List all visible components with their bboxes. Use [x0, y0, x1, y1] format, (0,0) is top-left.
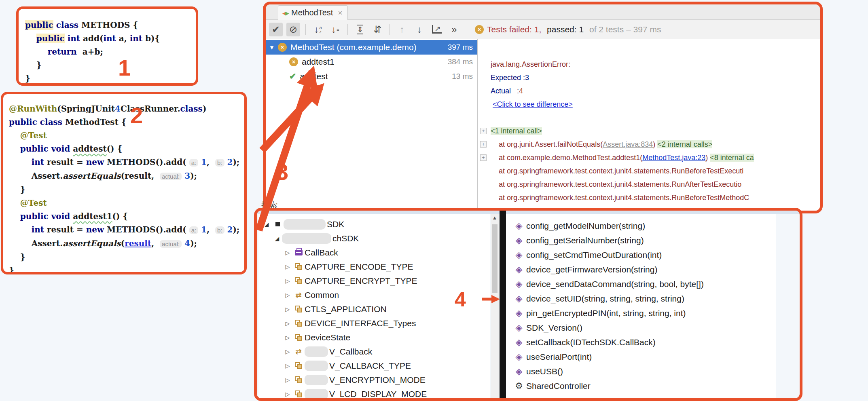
member-label: device_getFirmwareVersion(string) [526, 265, 657, 274]
tab-methodtest[interactable]: ◀▶ MethodTest × [278, 5, 348, 20]
tree-item[interactable]: ◢chSDK [258, 231, 490, 245]
code-segment: a: [189, 226, 199, 234]
member-row[interactable]: ◈config_setCmdTimeOutDuration(int) [512, 248, 776, 262]
passed-test-icon: ✔ [289, 72, 296, 81]
tree-item[interactable]: ▷V_LCD_DISPLAY_MODE [258, 387, 490, 398]
test-status: × Tests failed: 1, passed: 1 of 2 tests … [475, 25, 661, 34]
code-segment: public [25, 20, 53, 30]
tree-item[interactable]: ▷CAPTURE_ENCODE_TYPE [258, 260, 490, 274]
sort-by-duration-icon[interactable]: ↓≡ [328, 23, 342, 36]
collapsed-icon[interactable]: ▷ [283, 391, 292, 397]
collapsed-icon[interactable]: ▷ [283, 264, 292, 270]
code-segment: add( [80, 34, 103, 43]
code-line: public class METHODS { [25, 19, 193, 32]
member-row[interactable]: ◈device_getFirmwareVersion(string) [512, 262, 776, 277]
previous-occurrence-icon[interactable]: ↑ [395, 23, 409, 36]
member-label: config_getModelNumber(string) [526, 221, 645, 231]
expand-all-icon[interactable]: ⇕ [353, 23, 367, 36]
collapsed-icon[interactable]: ▷ [283, 363, 292, 369]
code-segment [9, 198, 20, 208]
redacted-blur [305, 361, 328, 371]
collapsed-icon[interactable]: ▷ [283, 334, 292, 341]
collapsed-icon[interactable]: ▷ [283, 377, 292, 383]
export-results-icon[interactable]: ↗ [430, 23, 444, 36]
tab-title: MethodTest [291, 8, 333, 17]
chevron-down-icon[interactable]: ▾ [266, 43, 278, 52]
collapsed-icon[interactable]: ▷ [283, 278, 292, 284]
tree-item[interactable]: ▷DeviceState [258, 330, 490, 344]
code-segment: void [51, 144, 70, 154]
collapsed-icon[interactable]: ▷ [283, 348, 292, 355]
tree-scrollbar[interactable]: ▲ [491, 214, 499, 398]
code-segment: } [25, 74, 30, 83]
test-results-panel: ◀▶ MethodTest × ✔⊘↓az↓≡⇕⇵↑↓↗» × Tests fa… [263, 2, 823, 213]
rerun-passed-icon[interactable]: ✔ [269, 23, 283, 36]
code-line: public void addtest1() { [9, 210, 243, 223]
code-link[interactable]: Assert.java:834 [603, 140, 653, 148]
collapsed-icon[interactable]: ▷ [283, 292, 292, 298]
test-tree-row[interactable]: ▾×MethodTest (com.example.demo)397 ms [266, 40, 477, 55]
test-tree-row[interactable]: ×addtest1384 ms [266, 55, 477, 69]
sort-alphabetically-icon[interactable]: ↓az [311, 23, 325, 36]
expanded-icon[interactable]: ◢ [262, 221, 271, 228]
code-segment: ) [705, 154, 710, 162]
tree-item[interactable]: ◢SDK [258, 217, 490, 231]
collapsed-icon[interactable]: ▷ [283, 320, 292, 327]
member-row[interactable]: ◈SDK_Version() [512, 321, 776, 335]
member-row[interactable]: ◈device_sendDataCommand(string, bool, by… [512, 277, 776, 291]
collapsed-icon[interactable]: ▷ [283, 306, 292, 312]
enum-icon [292, 390, 305, 397]
code-segment: assertEquals [63, 171, 121, 181]
more-actions-icon[interactable]: » [447, 23, 461, 36]
code-segment: void [51, 211, 70, 221]
code-link[interactable]: result [125, 238, 151, 248]
method-icon: ◈ [512, 366, 526, 377]
tree-item[interactable]: ▷V_CALLBACK_TYPE [258, 359, 490, 373]
tree-item-label: SDK [327, 219, 344, 229]
member-row[interactable]: ◈pin_getEncryptedPIN(int, string, string… [512, 306, 776, 321]
code-segment: a: [189, 159, 199, 167]
code-segment [9, 225, 32, 234]
collapse-all-icon[interactable]: ⇵ [370, 23, 384, 36]
test-tree-row[interactable]: ✔addtest13 ms [266, 69, 477, 84]
code-segment: <1 internal call> [491, 127, 542, 135]
member-row[interactable]: ◈useUSB() [512, 364, 776, 379]
scroll-up-icon[interactable]: ▲ [491, 215, 499, 221]
scrollbar-thumb[interactable] [492, 224, 498, 293]
member-row[interactable]: ◈config_getModelNumber(string) [512, 219, 776, 233]
code-segment [9, 144, 20, 154]
tree-item-label: DEVICE_INTERFACE_Types [305, 319, 416, 328]
member-label: setCallback(IDTechSDK.CallBack) [526, 338, 656, 347]
method-icon: ◈ [512, 293, 526, 304]
code-segment: at org.junit.Assert.failNotEquals( [491, 140, 603, 148]
tree-item[interactable]: ▷⇄V_Callback [258, 344, 490, 359]
fold-toggle-icon[interactable]: + [480, 141, 487, 148]
tree-item[interactable]: ▷V_ENCRYPTION_MODE [258, 373, 490, 387]
expanded-icon[interactable]: ◢ [272, 235, 282, 242]
member-row[interactable]: ◈setCallback(IDTechSDK.CallBack) [512, 335, 776, 350]
code-link[interactable]: MethodTest.java:23 [642, 154, 705, 162]
code-line: +<1 internal call> [491, 125, 820, 138]
next-occurrence-icon[interactable]: ↓ [413, 23, 426, 36]
fold-toggle-icon[interactable]: + [480, 128, 487, 134]
code-segment: METHODS { [78, 20, 138, 30]
hide-ignored-icon[interactable]: ⊘ [286, 23, 300, 36]
method-icon: ◈ [512, 221, 526, 231]
member-label: useSerialPort(int) [526, 352, 592, 362]
tree-item[interactable]: ▷CAPTURE_ENCRYPT_TYPE [258, 274, 490, 288]
code-segment: Assert. [9, 171, 63, 181]
close-tab-icon[interactable]: × [338, 8, 342, 17]
member-row[interactable]: ⚙SharedController [512, 379, 776, 393]
panel-divider [500, 211, 506, 398]
object-browser-panel: ◢SDK◢chSDK▷CallBack▷CAPTURE_ENCODE_TYPE▷… [254, 208, 802, 401]
code-segment: ); [233, 157, 239, 167]
collapsed-icon[interactable]: ▷ [283, 249, 292, 256]
fold-toggle-icon[interactable]: + [480, 154, 487, 161]
member-row[interactable]: ◈device_setUID(string, string, string, s… [512, 291, 776, 306]
member-row[interactable]: ◈useSerialPort(int) [512, 350, 776, 364]
code-segment: , [207, 225, 215, 234]
member-row[interactable]: ◈config_getSerialNumber(string) [512, 233, 776, 248]
tree-item[interactable]: ▷DEVICE_INTERFACE_Types [258, 316, 490, 330]
tree-item[interactable]: ▷CallBack [258, 245, 490, 260]
code-link[interactable]: <Click to see difference> [493, 100, 573, 108]
